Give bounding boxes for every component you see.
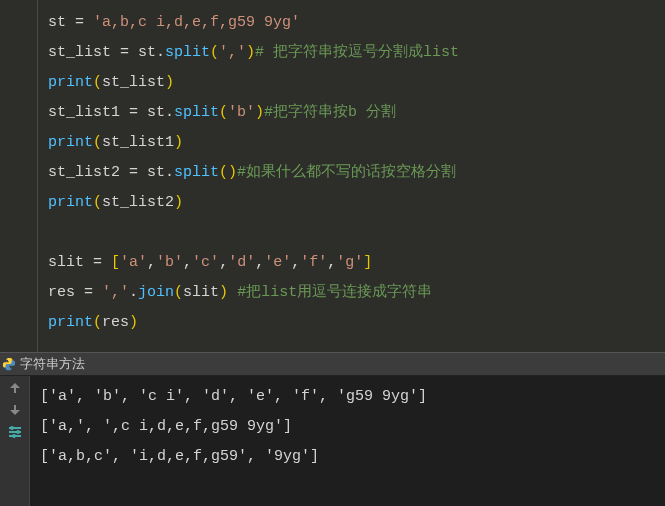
token-paren: [ xyxy=(111,254,120,271)
token-op: = xyxy=(84,284,102,301)
token-paren: ( xyxy=(93,314,102,331)
svg-rect-0 xyxy=(14,387,16,393)
token-str: 'f' xyxy=(300,254,327,271)
token-str: 'a,b,c i,d,e,f,g59 9yg' xyxy=(93,14,300,31)
output-content[interactable]: ['a', 'b', 'c i', 'd', 'e', 'f', 'g59 9y… xyxy=(30,376,437,506)
token-func: print xyxy=(48,74,93,91)
token-op: , xyxy=(255,254,264,271)
token-op: = xyxy=(120,44,138,61)
arrow-down-icon[interactable] xyxy=(7,402,23,418)
token-paren: ) xyxy=(219,284,228,301)
code-line[interactable]: st_list = st.split(',')# 把字符串按逗号分割成list xyxy=(48,38,459,68)
svg-rect-1 xyxy=(14,405,16,411)
token-comment: #把list用逗号连接成字符串 xyxy=(237,284,432,301)
python-icon xyxy=(2,357,16,371)
run-tab-header[interactable]: 字符串方法 xyxy=(0,352,665,376)
code-line[interactable]: print(st_list) xyxy=(48,68,459,98)
svg-point-6 xyxy=(16,430,20,434)
token-func: split xyxy=(174,104,219,121)
token-paren: ) xyxy=(255,104,264,121)
code-area[interactable]: st = 'a,b,c i,d,e,f,g59 9yg'st_list = st… xyxy=(38,0,467,352)
token-op: = xyxy=(129,104,147,121)
token-func: join xyxy=(138,284,174,301)
editor-gutter xyxy=(0,0,38,352)
settings-icon[interactable] xyxy=(7,424,23,440)
token-paren: ) xyxy=(174,134,183,151)
token-op: , xyxy=(219,254,228,271)
token-op: , xyxy=(291,254,300,271)
code-line[interactable]: slit = ['a','b','c','d','e','f','g'] xyxy=(48,248,459,278)
token-op: st_list2 xyxy=(102,194,174,211)
arrow-up-icon[interactable] xyxy=(7,380,23,396)
code-line[interactable]: st_list2 = st.split()#如果什么都不写的话按空格分割 xyxy=(48,158,459,188)
output-gutter xyxy=(0,376,30,506)
svg-point-7 xyxy=(12,434,16,438)
token-op: res xyxy=(102,314,129,331)
token-str: 'b' xyxy=(228,104,255,121)
token-op: st_list1 xyxy=(102,134,174,151)
code-line[interactable]: st_list1 = st.split('b')#把字符串按b 分割 xyxy=(48,98,459,128)
code-editor[interactable]: st = 'a,b,c i,d,e,f,g59 9yg'st_list = st… xyxy=(0,0,665,352)
token-op: , xyxy=(147,254,156,271)
token-op: = xyxy=(93,254,111,271)
output-line: ['a,b,c', 'i,d,e,f,g59', '9yg'] xyxy=(40,442,427,472)
token-op: res xyxy=(48,284,84,301)
token-func: split xyxy=(174,164,219,181)
token-paren: ( xyxy=(93,74,102,91)
token-paren: ) xyxy=(246,44,255,61)
token-op: st. xyxy=(147,104,174,121)
token-op xyxy=(228,284,237,301)
token-str: ',' xyxy=(219,44,246,61)
code-line[interactable]: st = 'a,b,c i,d,e,f,g59 9yg' xyxy=(48,8,459,38)
output-line: ['a', 'b', 'c i', 'd', 'e', 'f', 'g59 9y… xyxy=(40,382,427,412)
token-op: st. xyxy=(147,164,174,181)
token-str: 'd' xyxy=(228,254,255,271)
token-paren: ) xyxy=(129,314,138,331)
token-op: = xyxy=(75,14,93,31)
token-paren: ( xyxy=(210,44,219,61)
token-op: slit xyxy=(48,254,93,271)
token-paren: () xyxy=(219,164,237,181)
token-paren: ( xyxy=(93,134,102,151)
run-tab-label: 字符串方法 xyxy=(20,355,85,373)
token-op: , xyxy=(183,254,192,271)
code-line[interactable]: print(res) xyxy=(48,308,459,338)
token-func: print xyxy=(48,314,93,331)
token-paren: ( xyxy=(93,194,102,211)
token-op xyxy=(48,224,57,241)
token-paren: ( xyxy=(174,284,183,301)
token-str: 'c' xyxy=(192,254,219,271)
token-op: st. xyxy=(138,44,165,61)
token-op: st_list xyxy=(48,44,120,61)
token-str: 'a' xyxy=(120,254,147,271)
token-comment: # 把字符串按逗号分割成list xyxy=(255,44,459,61)
output-panel: ['a', 'b', 'c i', 'd', 'e', 'f', 'g59 9y… xyxy=(0,376,665,506)
token-op: st_list2 xyxy=(48,164,129,181)
token-str: ',' xyxy=(102,284,129,301)
token-paren: ] xyxy=(363,254,372,271)
token-op: st xyxy=(48,14,75,31)
code-line[interactable]: print(st_list2) xyxy=(48,188,459,218)
token-op: = xyxy=(129,164,147,181)
token-func: print xyxy=(48,194,93,211)
token-str: 'e' xyxy=(264,254,291,271)
token-comment: #如果什么都不写的话按空格分割 xyxy=(237,164,456,181)
token-str: 'g' xyxy=(336,254,363,271)
code-line[interactable]: print(st_list1) xyxy=(48,128,459,158)
code-line[interactable]: res = ','.join(slit) #把list用逗号连接成字符串 xyxy=(48,278,459,308)
output-line: ['a,', ',c i,d,e,f,g59 9yg'] xyxy=(40,412,427,442)
token-str: 'b' xyxy=(156,254,183,271)
token-func: print xyxy=(48,134,93,151)
token-op: slit xyxy=(183,284,219,301)
token-paren: ) xyxy=(165,74,174,91)
token-op: . xyxy=(129,284,138,301)
svg-point-5 xyxy=(10,426,14,430)
token-func: split xyxy=(165,44,210,61)
code-line[interactable] xyxy=(48,218,459,248)
token-op: , xyxy=(327,254,336,271)
token-paren: ) xyxy=(174,194,183,211)
token-op: st_list xyxy=(102,74,165,91)
token-op: st_list1 xyxy=(48,104,129,121)
token-comment: #把字符串按b 分割 xyxy=(264,104,396,121)
token-paren: ( xyxy=(219,104,228,121)
